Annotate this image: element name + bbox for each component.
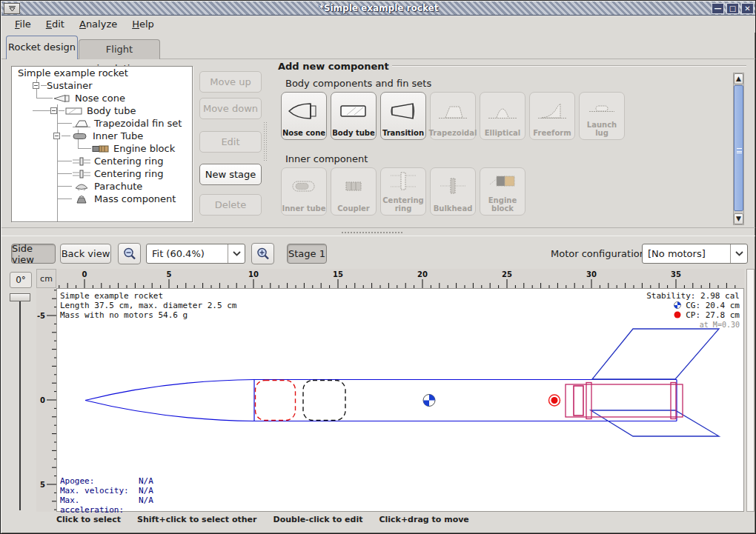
- tree-item-nose-cone[interactable]: Nose cone: [12, 92, 192, 104]
- add-engine-block-button[interactable]: Engine block: [480, 167, 525, 216]
- zoom-level-value: Fit (60.4%): [147, 248, 228, 259]
- add-inner-tube-button[interactable]: Inner tube: [281, 167, 327, 216]
- group-divider: [392, 65, 746, 67]
- inner-component-label: Inner component: [285, 153, 368, 164]
- stage-1-toggle[interactable]: Stage 1: [287, 244, 327, 264]
- add-centering-ring-button[interactable]: Centering ring: [380, 167, 426, 216]
- engine-block-icon: [485, 168, 520, 196]
- body-components-label: Body components and fin sets: [285, 78, 431, 89]
- maximize-button[interactable]: □: [726, 3, 739, 14]
- motor-configuration-label: Motor configuration:: [551, 244, 649, 264]
- side-view-button[interactable]: Side view: [11, 244, 56, 264]
- zoom-level-select[interactable]: Fit (60.4%): [146, 244, 245, 264]
- tree-item-centering-ring-2[interactable]: Centering ring: [12, 167, 192, 180]
- chevron-down-icon: [730, 244, 747, 263]
- svg-text:20: 20: [417, 270, 428, 278]
- flight-summary: Apogee:N/A Max. velocity:N/A Max. accele…: [60, 476, 153, 515]
- motor-configuration-select[interactable]: [No motors]: [642, 244, 748, 264]
- minimize-button[interactable]: —: [712, 3, 724, 14]
- horizontal-ruler: 05101520253035: [56, 269, 744, 288]
- app-window: *Simple example rocket — □ ✕ File Edit A…: [0, 0, 756, 534]
- menu-edit[interactable]: Edit: [39, 17, 72, 31]
- cp-marker-icon: [674, 311, 681, 318]
- tree-item-body-tube[interactable]: Body tube: [12, 104, 192, 117]
- tab-rocket-design[interactable]: Rocket design: [6, 36, 78, 59]
- centering-ring-icon: [386, 168, 420, 196]
- svg-text:0: 0: [82, 270, 87, 278]
- add-freeform-fin-button[interactable]: Freeform: [529, 92, 575, 140]
- collapse-icon[interactable]: [33, 82, 39, 89]
- svg-text:30: 30: [586, 270, 597, 278]
- rotation-slider-track[interactable]: [19, 296, 21, 510]
- add-body-tube-button[interactable]: Body tube: [331, 92, 377, 140]
- add-nose-cone-button[interactable]: Nose cone: [281, 92, 327, 140]
- stability-info: Stability: 2.98 cal CG: 20.4 cm CP: 27.8…: [646, 291, 740, 330]
- coupler-icon: [336, 168, 371, 204]
- tab-flight-simulations[interactable]: Flight simulations: [79, 39, 160, 59]
- horizontal-ruler-svg: 05101520253035: [56, 269, 744, 288]
- svg-text:10: 10: [248, 270, 259, 278]
- max-velocity-value: N/A: [139, 486, 153, 495]
- rotation-angle-indicator: 0°: [10, 272, 32, 288]
- vertical-splitter[interactable]: [263, 121, 268, 162]
- canvas-scrollbar[interactable]: [746, 269, 755, 512]
- tab-bar: Rocket design Flight simulations: [1, 33, 756, 59]
- tree-item-rocket[interactable]: Simple example rocket: [12, 67, 192, 79]
- trapezoidal-fin-icon: [72, 119, 91, 128]
- tree-item-trapezoidal-fin-set[interactable]: Trapezoidal fin set: [12, 117, 192, 130]
- engine-block-icon: [91, 144, 110, 153]
- scrollbar-thumb[interactable]: [734, 85, 743, 211]
- nose-cone-icon: [53, 94, 72, 103]
- tree-item-parachute[interactable]: Parachute: [12, 180, 192, 193]
- move-up-button[interactable]: Move up: [199, 71, 262, 93]
- add-transition-button[interactable]: Transition: [380, 92, 426, 140]
- cg-marker-icon: [674, 301, 681, 309]
- body-tube-icon: [64, 107, 84, 116]
- svg-text:15: 15: [333, 270, 343, 278]
- close-button[interactable]: ✕: [741, 3, 754, 14]
- horizontal-splitter[interactable]: [1, 227, 756, 236]
- motor-configuration-value: [No motors]: [643, 248, 730, 259]
- centering-ring-icon: [72, 157, 91, 166]
- scroll-up-icon[interactable]: ▲: [734, 73, 743, 84]
- status-bar: Click to select Shift+click to select ot…: [56, 515, 746, 527]
- back-view-button[interactable]: Back view: [60, 244, 111, 264]
- zoom-out-button[interactable]: [118, 243, 141, 264]
- rotation-slider-handle[interactable]: [10, 293, 30, 301]
- delete-button[interactable]: Delete: [199, 194, 262, 216]
- rocket-design-canvas[interactable]: Simple example rocketLength 37.5 cm, max…: [56, 288, 744, 512]
- add-trapezoidal-fin-button[interactable]: Trapezoidal: [430, 92, 476, 140]
- tree-item-centering-ring-1[interactable]: Centering ring: [12, 155, 192, 167]
- collapse-icon[interactable]: [50, 107, 57, 114]
- tree-item-engine-block[interactable]: Engine block: [12, 142, 192, 155]
- apogee-value: N/A: [139, 476, 153, 486]
- tree-item-mass-component[interactable]: Mass component: [12, 193, 192, 205]
- menu-help[interactable]: Help: [125, 17, 162, 31]
- inner-tube-icon: [70, 132, 90, 141]
- new-stage-button[interactable]: New stage: [199, 164, 262, 185]
- svg-text:25: 25: [502, 270, 512, 278]
- tree-item-inner-tube[interactable]: Inner Tube: [12, 130, 192, 142]
- add-elliptical-fin-button[interactable]: Elliptical: [480, 92, 525, 140]
- status-tip: Double-click to edit: [273, 515, 363, 527]
- add-coupler-button[interactable]: Coupler: [331, 167, 377, 216]
- component-tree[interactable]: Simple example rocket Sustainer Nose con…: [11, 66, 193, 222]
- edit-button[interactable]: Edit: [199, 131, 262, 153]
- component-panel-scrollbar[interactable]: ▲ ▼: [733, 73, 744, 225]
- rocket-drawing: [57, 289, 743, 511]
- zoom-in-button[interactable]: [251, 243, 274, 264]
- tree-item-sustainer[interactable]: Sustainer: [12, 79, 192, 92]
- move-down-button[interactable]: Move down: [199, 98, 262, 119]
- collapse-icon[interactable]: [53, 133, 60, 139]
- mass-component-icon: [72, 195, 91, 204]
- add-bulkhead-button[interactable]: Bulkhead: [430, 167, 476, 216]
- title-bar[interactable]: *Simple example rocket — □ ✕: [1, 1, 756, 16]
- status-tip: Shift+click to select other: [137, 515, 257, 527]
- menu-file[interactable]: File: [7, 17, 39, 31]
- freeform-fin-icon: [535, 93, 569, 129]
- bulkhead-icon: [436, 168, 470, 204]
- add-component-title: Add new component: [278, 61, 389, 72]
- add-launch-lug-button[interactable]: Launch lug: [579, 92, 625, 140]
- menu-analyze[interactable]: Analyze: [72, 17, 125, 31]
- scroll-down-icon[interactable]: ▼: [734, 213, 743, 224]
